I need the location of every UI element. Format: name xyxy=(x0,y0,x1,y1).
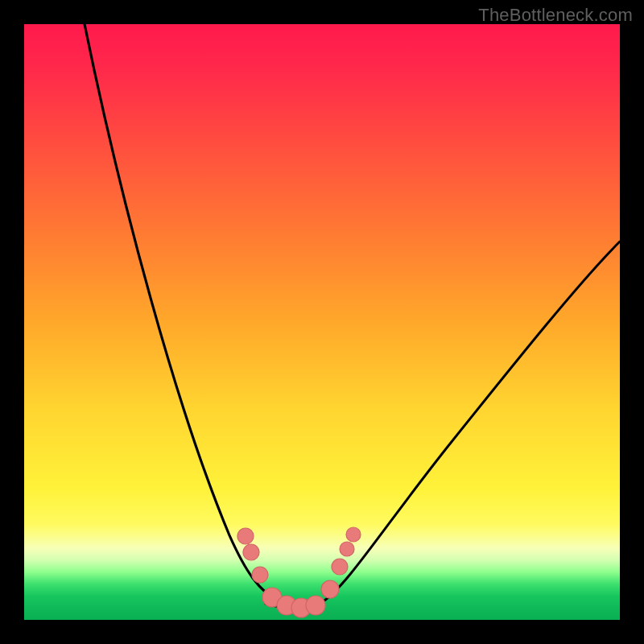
left-branch-curve xyxy=(85,24,280,602)
right-branch-curve xyxy=(322,242,620,602)
right-marker-upper-b xyxy=(346,527,361,542)
valley-mid-right xyxy=(306,596,325,615)
watermark-text: TheBottleneck.com xyxy=(478,5,633,26)
right-marker-upper-a xyxy=(340,542,354,556)
right-marker-mid xyxy=(332,559,348,575)
chart-frame: TheBottleneck.com xyxy=(0,0,644,644)
left-marker-mid xyxy=(243,544,259,560)
valley-markers xyxy=(237,527,361,617)
bottleneck-curve-svg xyxy=(24,24,620,620)
right-marker-lower xyxy=(321,580,339,598)
plot-area xyxy=(24,24,620,620)
left-marker-lower xyxy=(252,567,268,583)
left-marker-upper xyxy=(237,528,254,544)
